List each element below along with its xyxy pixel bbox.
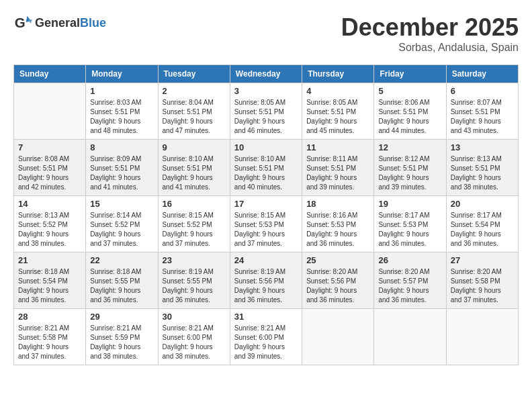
table-row: 6Sunrise: 8:07 AM Sunset: 5:51 PM Daylig… [446, 83, 518, 140]
table-row: 13Sunrise: 8:13 AM Sunset: 5:51 PM Dayli… [446, 140, 518, 196]
day-number: 28 [18, 312, 81, 322]
day-info: Sunrise: 8:08 AM Sunset: 5:51 PM Dayligh… [18, 154, 81, 192]
day-info: Sunrise: 8:18 AM Sunset: 5:54 PM Dayligh… [18, 267, 81, 305]
day-info: Sunrise: 8:19 AM Sunset: 5:56 PM Dayligh… [234, 267, 298, 305]
table-row: 27Sunrise: 8:20 AM Sunset: 5:58 PM Dayli… [446, 253, 518, 309]
day-info: Sunrise: 8:11 AM Sunset: 5:51 PM Dayligh… [306, 154, 369, 192]
day-number: 18 [306, 199, 369, 209]
day-info: Sunrise: 8:14 AM Sunset: 5:52 PM Dayligh… [90, 211, 153, 248]
day-number: 31 [234, 312, 298, 322]
day-info: Sunrise: 8:13 AM Sunset: 5:52 PM Dayligh… [18, 211, 81, 248]
day-info: Sunrise: 8:05 AM Sunset: 5:51 PM Dayligh… [234, 98, 298, 136]
day-number: 21 [18, 255, 81, 265]
table-row: 19Sunrise: 8:17 AM Sunset: 5:53 PM Dayli… [374, 196, 446, 253]
day-info: Sunrise: 8:21 AM Sunset: 5:59 PM Dayligh… [90, 324, 153, 361]
day-number: 6 [451, 86, 514, 96]
table-row: 11Sunrise: 8:11 AM Sunset: 5:51 PM Dayli… [302, 140, 374, 196]
col-saturday: Saturday [446, 65, 518, 83]
table-row: 1Sunrise: 8:03 AM Sunset: 5:51 PM Daylig… [86, 83, 158, 140]
table-row: 25Sunrise: 8:20 AM Sunset: 5:56 PM Dayli… [302, 253, 374, 309]
day-number: 30 [163, 312, 226, 322]
day-info: Sunrise: 8:15 AM Sunset: 5:52 PM Dayligh… [163, 211, 226, 248]
col-thursday: Thursday [302, 65, 374, 83]
day-info: Sunrise: 8:16 AM Sunset: 5:53 PM Dayligh… [306, 211, 369, 248]
calendar-week-row: 7Sunrise: 8:08 AM Sunset: 5:51 PM Daylig… [14, 140, 519, 196]
table-row: 4Sunrise: 8:05 AM Sunset: 5:51 PM Daylig… [302, 83, 374, 140]
day-info: Sunrise: 8:20 AM Sunset: 5:58 PM Dayligh… [451, 267, 514, 305]
day-number: 14 [18, 199, 81, 209]
day-info: Sunrise: 8:13 AM Sunset: 5:51 PM Dayligh… [451, 154, 514, 192]
day-info: Sunrise: 8:12 AM Sunset: 5:51 PM Dayligh… [378, 154, 441, 192]
day-number: 25 [306, 255, 369, 265]
day-number: 13 [451, 142, 514, 152]
table-row: 29Sunrise: 8:21 AM Sunset: 5:59 PM Dayli… [86, 309, 158, 365]
day-number: 26 [378, 255, 441, 265]
table-row: 8Sunrise: 8:09 AM Sunset: 5:51 PM Daylig… [86, 140, 158, 196]
col-wednesday: Wednesday [230, 65, 302, 83]
day-info: Sunrise: 8:04 AM Sunset: 5:51 PM Dayligh… [163, 98, 226, 136]
day-info: Sunrise: 8:21 AM Sunset: 6:00 PM Dayligh… [234, 324, 298, 361]
day-info: Sunrise: 8:21 AM Sunset: 6:00 PM Dayligh… [163, 324, 226, 361]
table-row: 28Sunrise: 8:21 AM Sunset: 5:58 PM Dayli… [14, 309, 86, 365]
day-info: Sunrise: 8:17 AM Sunset: 5:54 PM Dayligh… [451, 211, 514, 248]
calendar-week-row: 28Sunrise: 8:21 AM Sunset: 5:58 PM Dayli… [14, 309, 519, 365]
month-title: December 2025 [341, 13, 519, 42]
location-title: Sorbas, Andalusia, Spain [341, 42, 519, 54]
table-row: 5Sunrise: 8:06 AM Sunset: 5:51 PM Daylig… [374, 83, 446, 140]
table-row [446, 309, 518, 365]
day-number: 27 [451, 255, 514, 265]
col-sunday: Sunday [14, 65, 86, 83]
logo-general-text: General [35, 16, 80, 30]
table-row: 10Sunrise: 8:10 AM Sunset: 5:51 PM Dayli… [230, 140, 302, 196]
table-row: 7Sunrise: 8:08 AM Sunset: 5:51 PM Daylig… [14, 140, 86, 196]
day-number: 7 [18, 142, 81, 152]
day-info: Sunrise: 8:18 AM Sunset: 5:55 PM Dayligh… [90, 267, 153, 305]
day-number: 29 [90, 312, 153, 322]
day-number: 19 [378, 199, 441, 209]
table-row: 15Sunrise: 8:14 AM Sunset: 5:52 PM Dayli… [86, 196, 158, 253]
day-number: 12 [378, 142, 441, 152]
calendar: Sunday Monday Tuesday Wednesday Thursday… [13, 64, 519, 365]
day-info: Sunrise: 8:10 AM Sunset: 5:51 PM Dayligh… [163, 154, 226, 192]
table-row: 18Sunrise: 8:16 AM Sunset: 5:53 PM Dayli… [302, 196, 374, 253]
table-row: 26Sunrise: 8:20 AM Sunset: 5:57 PM Dayli… [374, 253, 446, 309]
day-number: 5 [378, 86, 441, 96]
table-row: 9Sunrise: 8:10 AM Sunset: 5:51 PM Daylig… [158, 140, 230, 196]
day-info: Sunrise: 8:07 AM Sunset: 5:51 PM Dayligh… [451, 98, 514, 136]
col-monday: Monday [86, 65, 158, 83]
table-row: 23Sunrise: 8:19 AM Sunset: 5:55 PM Dayli… [158, 253, 230, 309]
day-number: 22 [90, 255, 153, 265]
table-row: 30Sunrise: 8:21 AM Sunset: 6:00 PM Dayli… [158, 309, 230, 365]
calendar-week-row: 1Sunrise: 8:03 AM Sunset: 5:51 PM Daylig… [14, 83, 519, 140]
day-info: Sunrise: 8:20 AM Sunset: 5:56 PM Dayligh… [306, 267, 369, 305]
day-info: Sunrise: 8:03 AM Sunset: 5:51 PM Dayligh… [90, 98, 153, 136]
table-row: 14Sunrise: 8:13 AM Sunset: 5:52 PM Dayli… [14, 196, 86, 253]
table-row [14, 83, 86, 140]
day-number: 1 [90, 86, 153, 96]
table-row: 21Sunrise: 8:18 AM Sunset: 5:54 PM Dayli… [14, 253, 86, 309]
day-number: 9 [163, 142, 226, 152]
day-info: Sunrise: 8:10 AM Sunset: 5:51 PM Dayligh… [234, 154, 298, 192]
col-tuesday: Tuesday [158, 65, 230, 83]
day-number: 23 [163, 255, 226, 265]
day-number: 8 [90, 142, 153, 152]
table-row [302, 309, 374, 365]
svg-marker-2 [28, 19, 32, 24]
day-number: 17 [234, 199, 298, 209]
day-info: Sunrise: 8:20 AM Sunset: 5:57 PM Dayligh… [378, 267, 441, 305]
col-friday: Friday [374, 65, 446, 83]
day-number: 16 [163, 199, 226, 209]
day-info: Sunrise: 8:15 AM Sunset: 5:53 PM Dayligh… [234, 211, 298, 248]
table-row: 20Sunrise: 8:17 AM Sunset: 5:54 PM Dayli… [446, 196, 518, 253]
calendar-week-row: 21Sunrise: 8:18 AM Sunset: 5:54 PM Dayli… [14, 253, 519, 309]
svg-text:G: G [15, 15, 26, 30]
calendar-header-row: Sunday Monday Tuesday Wednesday Thursday… [14, 65, 519, 83]
table-row: 16Sunrise: 8:15 AM Sunset: 5:52 PM Dayli… [158, 196, 230, 253]
day-info: Sunrise: 8:06 AM Sunset: 5:51 PM Dayligh… [378, 98, 441, 136]
calendar-week-row: 14Sunrise: 8:13 AM Sunset: 5:52 PM Dayli… [14, 196, 519, 253]
day-number: 2 [163, 86, 226, 96]
table-row [374, 309, 446, 365]
logo-blue-text: Blue [80, 16, 106, 30]
day-number: 11 [306, 142, 369, 152]
day-info: Sunrise: 8:19 AM Sunset: 5:55 PM Dayligh… [163, 267, 226, 305]
